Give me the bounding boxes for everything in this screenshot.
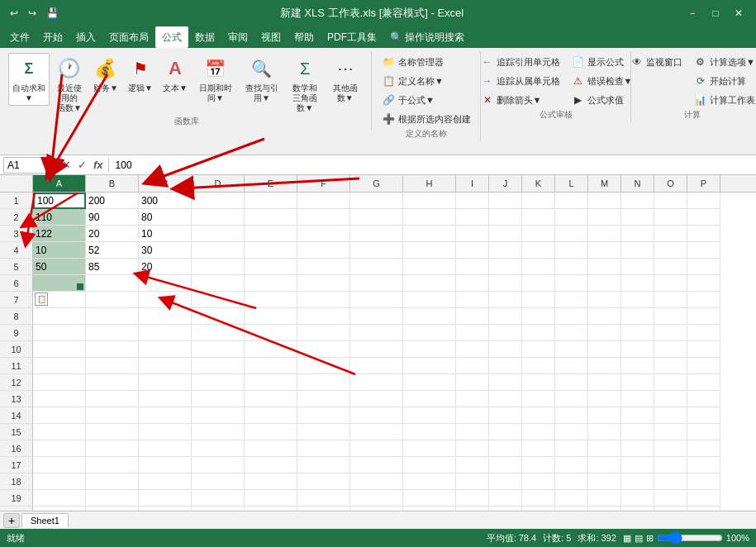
menu-file[interactable]: 文件 xyxy=(3,26,36,48)
cell-b4[interactable]: 52 xyxy=(86,242,139,259)
row-header-20[interactable]: 20 xyxy=(0,507,33,511)
redo-button[interactable]: ↪ xyxy=(25,6,40,21)
cell-l1[interactable] xyxy=(555,193,588,209)
col-header-b[interactable]: B xyxy=(86,175,139,192)
cell-o4[interactable] xyxy=(654,242,687,259)
undo-button[interactable]: ↩ xyxy=(7,6,21,21)
cell-m2[interactable] xyxy=(588,209,621,226)
cell-d3[interactable] xyxy=(192,226,245,242)
row-header-11[interactable]: 11 xyxy=(0,358,33,374)
cell-b3[interactable]: 20 xyxy=(86,226,139,242)
cell-m5[interactable] xyxy=(588,259,621,275)
paste-options-icon[interactable]: 📋 xyxy=(35,293,48,306)
cell-a5[interactable]: 50 xyxy=(33,259,86,275)
cell-k6[interactable] xyxy=(522,275,555,292)
row-header-5[interactable]: 5 xyxy=(0,259,33,275)
trace-dependents-button[interactable]: → 追踪从属单元格 xyxy=(477,72,564,90)
menu-insert[interactable]: 插入 xyxy=(69,26,102,48)
cell-n4[interactable] xyxy=(621,242,654,259)
pagebreak-view-icon[interactable]: ⊞ xyxy=(646,533,654,544)
row-header-12[interactable]: 12 xyxy=(0,374,33,391)
row-header-14[interactable]: 14 xyxy=(0,407,33,424)
cell-m1[interactable] xyxy=(588,193,621,209)
cell-p2[interactable] xyxy=(687,209,720,226)
cell-c1[interactable]: 300 xyxy=(139,193,192,209)
row-header-10[interactable]: 10 xyxy=(0,341,33,358)
cell-c2[interactable]: 80 xyxy=(139,209,192,226)
col-header-e[interactable]: E xyxy=(245,175,297,192)
cell-f4[interactable] xyxy=(297,242,350,259)
row-header-6[interactable]: 6 xyxy=(0,275,33,292)
col-header-j[interactable]: J xyxy=(489,175,522,192)
cell-n2[interactable] xyxy=(621,209,654,226)
cell-k3[interactable] xyxy=(522,226,555,242)
cell-j1[interactable] xyxy=(489,193,522,209)
cell-p7[interactable] xyxy=(687,292,720,308)
window-controls[interactable]: － □ ✕ xyxy=(682,4,749,22)
cell-f7[interactable] xyxy=(297,292,350,308)
menu-formula[interactable]: 公式 xyxy=(155,26,188,48)
cell-j7[interactable] xyxy=(489,292,522,308)
use-in-formula-button[interactable]: 🔗 于公式▼ xyxy=(378,91,475,109)
confirm-formula-icon[interactable]: ✓ xyxy=(76,159,88,171)
col-header-f[interactable]: F xyxy=(297,175,350,192)
recent-functions-button[interactable]: 🕐 最近使用的函数▼ xyxy=(51,53,88,116)
formula-input[interactable] xyxy=(112,159,753,172)
menu-pagelayout[interactable]: 页面布局 xyxy=(102,26,155,48)
col-header-o[interactable]: O xyxy=(654,175,687,192)
cell-g5[interactable] xyxy=(350,259,403,275)
lookup-button[interactable]: 🔍 查找与引用▼ xyxy=(240,53,284,106)
cell-k4[interactable] xyxy=(522,242,555,259)
cell-c5[interactable]: 20 xyxy=(139,259,192,275)
cell-h6[interactable] xyxy=(403,275,456,292)
row-header-18[interactable]: 18 xyxy=(0,473,33,490)
cell-h5[interactable] xyxy=(403,259,456,275)
cell-l3[interactable] xyxy=(555,226,588,242)
cell-a3[interactable]: 122 xyxy=(33,226,86,242)
cell-m6[interactable] xyxy=(588,275,621,292)
cell-k5[interactable] xyxy=(522,259,555,275)
cell-i6[interactable] xyxy=(456,275,489,292)
cell-i4[interactable] xyxy=(456,242,489,259)
row-header-4[interactable]: 4 xyxy=(0,242,33,259)
cell-e2[interactable] xyxy=(245,209,297,226)
cell-j2[interactable] xyxy=(489,209,522,226)
cell-n6[interactable] xyxy=(621,275,654,292)
text-button[interactable]: A 文本▼ xyxy=(159,53,192,96)
quick-access-toolbar[interactable]: ↩ ↪ 💾 xyxy=(7,6,62,21)
cell-i7[interactable] xyxy=(456,292,489,308)
cell-a7[interactable]: 📋 xyxy=(33,292,86,308)
row-header-2[interactable]: 2 xyxy=(0,209,33,226)
cell-c6[interactable] xyxy=(139,275,192,292)
calc-options-button[interactable]: ⚙ 计算选项▼ xyxy=(690,53,756,71)
insert-function-icon[interactable]: fx xyxy=(92,159,105,171)
cell-e7[interactable] xyxy=(245,292,297,308)
cell-k2[interactable] xyxy=(522,209,555,226)
cell-f3[interactable] xyxy=(297,226,350,242)
cell-o1[interactable] xyxy=(654,193,687,209)
cell-a2[interactable]: 110 xyxy=(33,209,86,226)
cell-h4[interactable] xyxy=(403,242,456,259)
cell-a1[interactable]: 100 xyxy=(33,193,86,209)
cell-e6[interactable] xyxy=(245,275,297,292)
finance-button[interactable]: 💰 财务▼ xyxy=(89,53,122,96)
calc-sheet-button[interactable]: 📊 计算工作表 xyxy=(690,91,756,109)
corner-cell[interactable] xyxy=(0,175,33,192)
col-header-i[interactable]: I xyxy=(456,175,489,192)
cell-o7[interactable] xyxy=(654,292,687,308)
datetime-button[interactable]: 📅 日期和时间▼ xyxy=(193,53,238,106)
layout-view-icon[interactable]: ▤ xyxy=(635,533,643,544)
cell-e1[interactable] xyxy=(245,193,297,209)
row-header-15[interactable]: 15 xyxy=(0,424,33,440)
math-button[interactable]: Σ 数学和三角函数▼ xyxy=(286,53,325,116)
cell-p4[interactable] xyxy=(687,242,720,259)
cell-g3[interactable] xyxy=(350,226,403,242)
row-header-16[interactable]: 16 xyxy=(0,440,33,457)
cell-h3[interactable] xyxy=(403,226,456,242)
calc-now-button[interactable]: ⟳ 开始计算 xyxy=(690,72,756,90)
minimize-button[interactable]: － xyxy=(682,4,703,22)
cell-p1[interactable] xyxy=(687,193,720,209)
close-button[interactable]: ✕ xyxy=(728,4,749,22)
cell-a8[interactable] xyxy=(33,308,86,325)
cell-m4[interactable] xyxy=(588,242,621,259)
